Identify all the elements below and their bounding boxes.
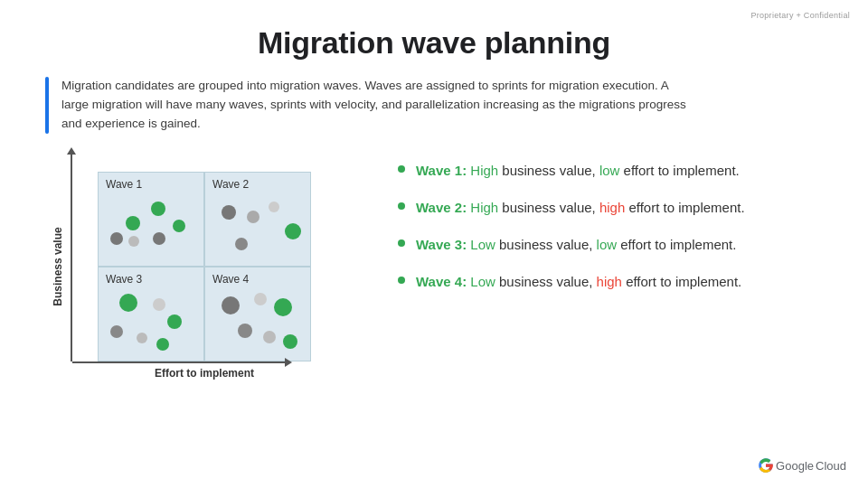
dot [283, 334, 297, 349]
x-axis-arrow [285, 358, 292, 367]
dot [167, 314, 182, 329]
description-block: Migration candidates are grouped into mi… [45, 77, 823, 134]
wave3-text2: business value, [499, 237, 597, 252]
dot [247, 211, 259, 223]
legend-item-wave4: Wave 4: Low business value, high effort … [398, 272, 823, 291]
legend-item-wave1: Wave 1: High business value, low effort … [398, 161, 823, 180]
dot [254, 293, 267, 305]
x-axis-line [72, 361, 286, 363]
wave-1-dots [106, 194, 196, 259]
slide: Proprietary + Confidential Migration wav… [0, 0, 868, 488]
dot [222, 205, 236, 220]
wave-2-dots [212, 194, 303, 259]
wave-grid: Wave 1 [98, 172, 311, 361]
grid-row: Wave 1 [71, 154, 311, 361]
wave-1-label: Wave 1 [106, 178, 196, 191]
y-axis-label-col: Business value [45, 154, 71, 380]
wave4-low: Low [470, 274, 495, 289]
wave3-label: Wave 3: [416, 237, 467, 252]
cloud-text: Cloud [816, 459, 846, 473]
x-axis-container: Effort to implement [72, 361, 311, 380]
chart-inner: Business value Wave 1 [45, 154, 371, 380]
dot [128, 236, 139, 247]
dot [153, 298, 165, 311]
wave1-text3: effort to implement. [624, 163, 740, 178]
dot [222, 296, 240, 314]
wave-2-cell: Wave 2 [204, 172, 311, 267]
wave-3-label: Wave 3 [106, 273, 196, 286]
dot [235, 238, 248, 250]
bullet-wave3 [398, 239, 405, 247]
y-axis-arrow [71, 154, 72, 361]
wave4-label: Wave 4: [416, 274, 467, 289]
dot [156, 338, 169, 351]
logo-container: Google Cloud [758, 457, 846, 474]
legend-text-wave1: Wave 1: High business value, low effort … [416, 161, 740, 180]
wave-1-cell: Wave 1 [98, 172, 204, 267]
page-title: Migration wave planning [45, 25, 823, 61]
wave2-text3: effort to implement. [628, 200, 744, 215]
grid-and-axis: Wave 1 [71, 154, 311, 380]
wave1-low: low [599, 163, 620, 178]
wave1-label: Wave 1: [416, 163, 467, 178]
wave-3-dots [106, 289, 196, 354]
google-text: Google [776, 459, 814, 473]
legend-text-wave4: Wave 4: Low business value, high effort … [416, 272, 741, 291]
dot [110, 232, 123, 245]
dot [238, 324, 252, 338]
dot [173, 220, 185, 232]
dot [269, 202, 279, 212]
legend: Wave 1: High business value, low effort … [398, 154, 823, 309]
wave-3-cell: Wave 3 [98, 267, 204, 361]
wave-2-label: Wave 2 [212, 178, 303, 191]
main-content: Business value Wave 1 [45, 154, 823, 380]
bullet-wave4 [398, 277, 405, 284]
google-logo-icon [758, 457, 774, 474]
wave2-label: Wave 2: [416, 200, 467, 215]
chart-wrapper: Business value Wave 1 [45, 154, 371, 380]
wave-4-label: Wave 4 [212, 273, 303, 286]
bullet-wave2 [398, 202, 405, 210]
dot [137, 333, 147, 343]
wave2-text2: business value, [502, 200, 599, 215]
dot [126, 216, 140, 230]
description-text: Migration candidates are grouped into mi… [61, 77, 694, 134]
dot [153, 232, 165, 245]
wave3-text3: effort to implement. [620, 237, 736, 252]
bullet-wave1 [398, 165, 405, 173]
wave4-high-effort: high [597, 274, 622, 289]
wave-4-dots [212, 289, 303, 354]
wave3-low: Low [470, 237, 495, 252]
dot [274, 298, 292, 316]
wave3-low-effort: low [597, 237, 618, 252]
proprietary-label: Proprietary + Confidential [750, 11, 850, 20]
wave2-high-effort: high [599, 200, 625, 215]
wave4-text2: business value, [499, 274, 597, 289]
blue-accent-bar [45, 77, 49, 134]
google-cloud-logo: Google Cloud [758, 457, 846, 474]
legend-text-wave2: Wave 2: High business value, high effort… [416, 198, 745, 217]
dot [119, 294, 137, 312]
wave4-text3: effort to implement. [626, 274, 741, 289]
dot [110, 325, 123, 338]
legend-item-wave3: Wave 3: Low business value, low effort t… [398, 235, 823, 254]
legend-text-wave3: Wave 3: Low business value, low effort t… [416, 235, 736, 254]
wave2-high: High [470, 200, 498, 215]
dot [285, 223, 301, 239]
dot [151, 202, 165, 216]
wave1-text2: business value, [502, 163, 599, 178]
wave-4-cell: Wave 4 [204, 267, 311, 361]
legend-item-wave2: Wave 2: High business value, high effort… [398, 198, 823, 217]
y-axis-label: Business value [52, 227, 64, 305]
x-axis-label: Effort to implement [98, 367, 311, 380]
chart-area: Business value Wave 1 [45, 154, 371, 380]
wave1-high: High [470, 163, 498, 178]
dot [263, 331, 276, 343]
